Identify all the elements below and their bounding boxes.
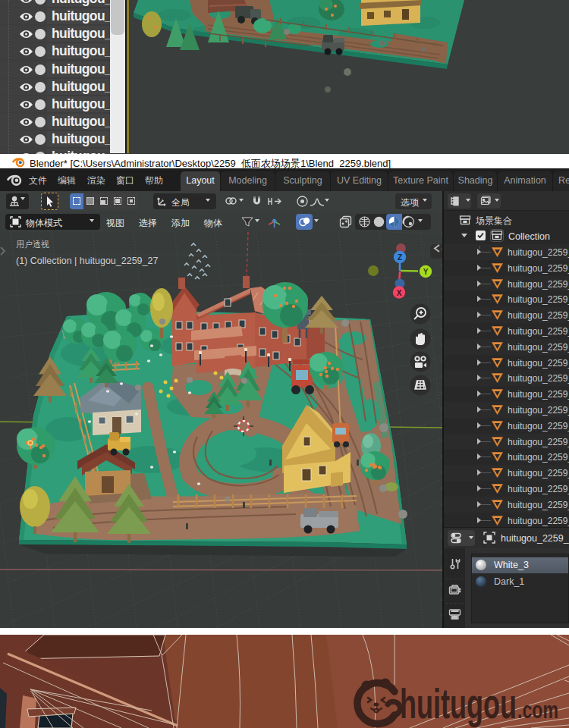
svg-text:.com: .com xyxy=(517,696,558,723)
svg-text:Z: Z xyxy=(398,253,402,262)
svg-text:huitugou: huitugou xyxy=(400,679,517,727)
svg-text:Y: Y xyxy=(423,268,429,276)
svg-text:X: X xyxy=(397,289,402,297)
